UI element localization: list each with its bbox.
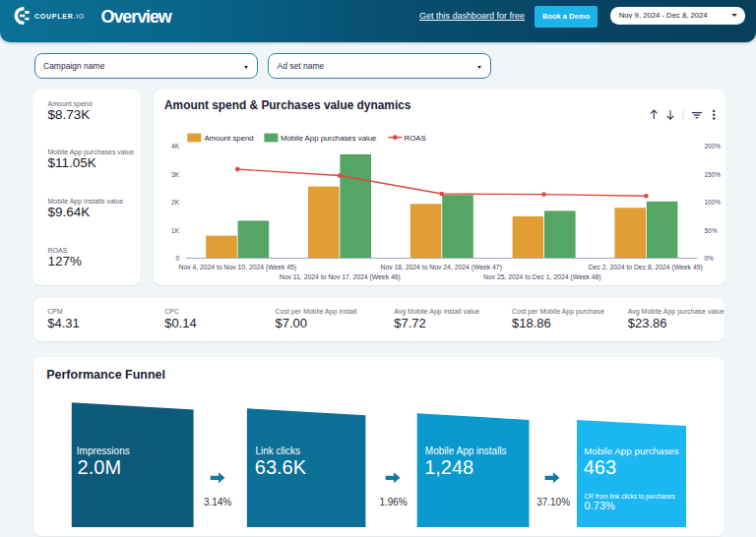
svg-text:0: 0 [175,255,179,262]
svg-text:1,248: 1,248 [424,456,473,478]
svg-text:50%: 50% [704,227,717,234]
svg-text:37.10%: 37.10% [536,497,570,507]
svg-text:200%: 200% [704,143,721,149]
svg-text:Nov 25, 2024 to Dec 1, 2024 (W: Nov 25, 2024 to Dec 1, 2024 (Week 48) [482,273,600,281]
svg-text:4K: 4K [171,143,180,149]
svg-text:1.96%: 1.96% [379,497,407,507]
svg-text:Nov 11, 2024 to Nov 17, 2024 (: Nov 11, 2024 to Nov 17, 2024 (Week 46) [279,273,400,281]
svg-text:0%: 0% [704,255,714,262]
svg-text:2K: 2K [171,199,180,206]
svg-text:3.14%: 3.14% [204,497,231,507]
svg-text:Dec 2, 2024 to Dec 8, 2024 (We: Dec 2, 2024 to Dec 8, 2024 (Week 49) [588,264,702,271]
svg-text:0.73%: 0.73% [585,500,615,511]
svg-text:Nov 18, 2024 to Nov 24, 2024 (: Nov 18, 2024 to Nov 24, 2024 (Week 47) [380,264,501,271]
svg-text:2.0M: 2.0M [78,456,121,478]
svg-text:Nov 4, 2024 to Nov 10, 2024 (W: Nov 4, 2024 to Nov 10, 2024 (Week 45) [178,264,296,271]
svg-text:Amount spend & Purchases value: Amount spend & Purchases value dynamics [164,98,411,112]
svg-text:100%: 100% [704,199,721,206]
svg-text:Mobile App installs: Mobile App installs [425,446,507,456]
svg-text:63.6K: 63.6K [255,456,307,478]
svg-text:Mobile App purchases value: Mobile App purchases value [280,134,376,143]
svg-text:Mobile App purchases: Mobile App purchases [584,446,678,456]
svg-text:Link clicks: Link clicks [255,446,300,456]
svg-text:Impressions: Impressions [77,446,130,456]
svg-text:150%: 150% [704,171,721,178]
svg-text:ROAS: ROAS [404,134,425,143]
svg-text:463: 463 [584,456,616,478]
svg-text:3K: 3K [171,171,180,178]
svg-text:1K: 1K [171,227,180,234]
svg-text:Amount spend: Amount spend [204,134,253,143]
